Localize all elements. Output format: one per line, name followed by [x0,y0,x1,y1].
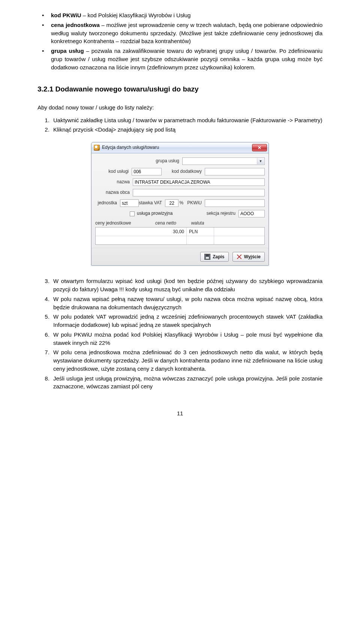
nazwa-obca-input[interactable] [133,189,265,196]
col-waluta: waluta [184,220,211,226]
dialog-title: Edycja danych usługi/towaru [102,144,252,151]
step-item: W otwartym formularzu wpisać kod usługi … [51,277,322,294]
price-row[interactable]: 30,00 PLN [96,228,264,236]
top-bullets: kod PKWiU – kod Polskiej Klasyfikacji Wy… [38,11,322,71]
lead-text: Aby dodać nowy towar / usługę do listy n… [38,103,322,112]
exit-button[interactable]: Wyjście [232,252,265,262]
price-waluta-cell: PLN [187,228,214,236]
kod-input[interactable] [132,168,162,175]
label-kod-dod: kod dodatkowy [162,168,205,175]
dialog-icon [94,145,100,151]
price-row[interactable] [96,236,264,244]
label-ceny: ceny jednostkowe [95,220,147,226]
titlebar: Edycja danych usługi/towaru ✕ [92,142,268,153]
save-button[interactable]: Zapis [200,252,228,262]
nazwa-input[interactable] [133,178,265,186]
grupa-select[interactable]: ▼ [182,157,265,165]
section-heading: 3.2.1 Dodawanie nowego towaru/usługi do … [38,84,322,94]
dialog-window: Edycja danych usługi/towaru ✕ grupa usłu… [91,142,269,266]
label-nazwa: nazwa [95,179,133,185]
sekcja-input[interactable] [238,210,265,217]
close-icon [237,254,242,259]
label-nazwa-obca: nazwa obca [95,189,133,196]
price-grid[interactable]: 30,00 PLN [95,227,265,245]
label-stawka: stawka VAT [139,200,165,206]
chevron-down-icon: ▼ [257,158,264,164]
label-jednostka: jednostka [95,200,120,206]
bullet-item: kod PKWiU – kod Polskiej Klasyfikacji Wy… [38,11,322,19]
label-kod: kod usługi [95,168,132,175]
prowizyjna-checkbox[interactable] [130,211,135,216]
kod-dodatkowy-input[interactable] [205,168,265,175]
step-item: W polu nazwa wpisać pełną nazwę towaru/ … [51,295,322,312]
page-number: 11 [38,409,322,418]
pkwiu-input[interactable] [205,199,265,207]
label-sekcja: sekcja rejestru [194,210,238,217]
save-icon [204,254,210,260]
step-item: Uaktywnić zakładkę Lista usług / towarów… [51,116,322,124]
bullet-item: cena jednostkowa – możliwe jest wprowadz… [38,21,322,45]
step-item: W polu PKWiU można podać kod Polskiej Kl… [51,331,322,347]
label-percent: % [178,200,187,206]
stawka-input[interactable] [165,199,178,207]
close-icon: ✕ [258,145,261,150]
label-pkwiu: PKWiU [187,200,205,206]
step-item: W polu podatek VAT wprowadzić jedną z wc… [51,313,322,329]
bullet-item: grupa usług – pozwala na zakwalifikowani… [38,47,322,71]
step-item: W polu cena jednostkowa można zdefiniowa… [51,348,322,373]
steps-before: Uaktywnić zakładkę Lista usług / towarów… [38,116,322,134]
step-item: Kliknąć przycisk <Dodaj> znajdujący się … [51,126,322,134]
label-grupa: grupa usług [95,158,182,164]
price-netto-cell: 30,00 [96,228,187,236]
close-button[interactable]: ✕ [252,144,267,151]
label-prowizyjna: usługa prowizyjna [137,210,172,217]
jednostka-input[interactable] [120,199,139,207]
step-item: Jeśli usluga jest usługą prowizyjną, moż… [51,374,322,391]
col-cena-netto: cena netto [147,220,184,226]
steps-after: W otwartym formularzu wpisać kod usługi … [38,277,322,391]
